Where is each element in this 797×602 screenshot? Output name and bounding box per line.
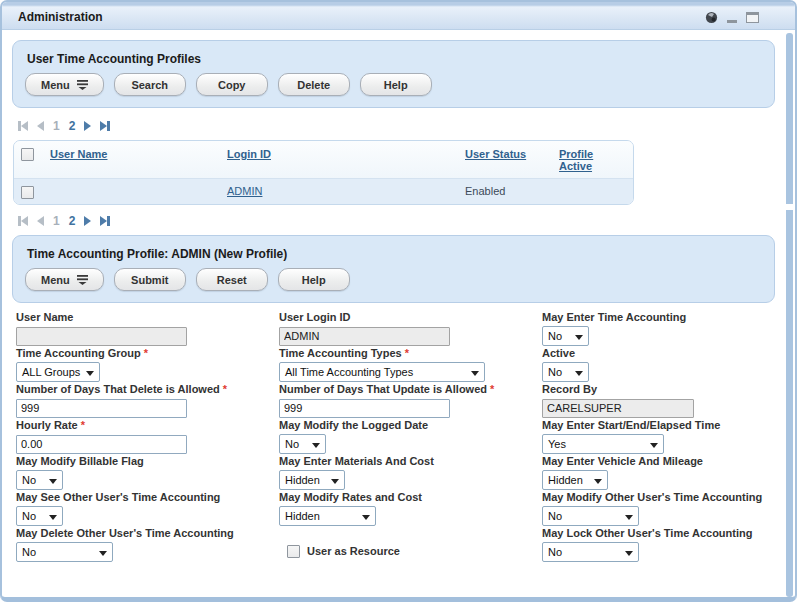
maximize-icon[interactable] bbox=[746, 12, 759, 23]
required-asterisk: * bbox=[223, 383, 227, 395]
may-enter-vehicle-mileage-label: May Enter Vehicle And Mileage bbox=[542, 455, 775, 468]
administration-window: Administration User Time Accounting Prof… bbox=[0, 0, 797, 602]
select-value: No bbox=[548, 366, 562, 378]
may-enter-vehicle-mileage-select[interactable]: Hidden bbox=[542, 470, 608, 490]
search-button[interactable]: Search bbox=[114, 73, 186, 96]
user-as-resource-label: User as Resource bbox=[307, 545, 400, 557]
may-see-other-users-label: May See Other User's Time Accounting bbox=[16, 491, 279, 504]
may-enter-time-accounting-field: May Enter Time Accounting No bbox=[542, 311, 775, 347]
sort-user-status-link[interactable]: User Status bbox=[465, 148, 526, 160]
profiles-toolbar: Menu Search Copy Delete Help bbox=[25, 73, 762, 96]
sort-profile-active-link[interactable]: Profile Active bbox=[559, 148, 611, 172]
chevron-down-icon bbox=[312, 443, 320, 448]
may-enter-vehicle-mileage-field: May Enter Vehicle And Mileage Hidden bbox=[542, 455, 775, 491]
help-button[interactable]: Help bbox=[360, 73, 432, 96]
profiles-panel: User Time Accounting Profiles Menu Searc… bbox=[12, 40, 775, 108]
select-value: No bbox=[22, 510, 36, 522]
may-enter-start-end-elapsed-select[interactable]: Yes bbox=[542, 434, 664, 454]
may-modify-other-users-field: May Modify Other User's Time Accounting … bbox=[542, 491, 775, 527]
may-delete-other-users-select[interactable]: No bbox=[16, 542, 113, 562]
copy-button[interactable]: Copy bbox=[196, 73, 268, 96]
sort-login-id-link[interactable]: Login ID bbox=[227, 148, 271, 160]
may-enter-materials-cost-field: May Enter Materials And Cost Hidden bbox=[279, 455, 542, 491]
menu-button-label: Menu bbox=[41, 274, 70, 286]
previous-page-icon[interactable] bbox=[37, 216, 44, 226]
may-lock-other-users-select[interactable]: No bbox=[542, 542, 639, 562]
detail-panel: Time Accounting Profile: ADMIN (New Prof… bbox=[12, 235, 775, 303]
chevron-down-icon bbox=[49, 479, 57, 484]
cell-profile-active bbox=[551, 179, 633, 192]
profiles-panel-title: User Time Accounting Profiles bbox=[25, 50, 762, 73]
table-row: ADMIN Enabled bbox=[14, 179, 633, 204]
days-update-allowed-input[interactable] bbox=[279, 399, 450, 418]
chevron-down-icon bbox=[594, 479, 602, 484]
previous-page-icon[interactable] bbox=[37, 121, 44, 131]
sort-user-name-link[interactable]: User Name bbox=[50, 148, 107, 160]
chevron-down-icon bbox=[625, 515, 633, 520]
active-field: Active No bbox=[542, 347, 775, 383]
last-page-icon[interactable] bbox=[100, 216, 110, 226]
settings-icon[interactable] bbox=[705, 11, 718, 24]
content-area: User Time Accounting Profiles Menu Searc… bbox=[2, 30, 795, 563]
profiles-table: User Name Login ID User Status Profile A… bbox=[13, 140, 634, 205]
first-page-icon[interactable] bbox=[18, 216, 28, 226]
active-select[interactable]: No bbox=[542, 362, 589, 382]
user-as-resource-checkbox[interactable] bbox=[287, 545, 300, 558]
time-accounting-types-label: Time Accounting Types bbox=[279, 347, 402, 359]
login-id-link[interactable]: ADMIN bbox=[227, 185, 262, 197]
chevron-down-icon bbox=[575, 335, 583, 340]
hourly-rate-label: Hourly Rate bbox=[16, 419, 78, 431]
active-label: Active bbox=[542, 347, 775, 360]
title-bar: Administration bbox=[2, 2, 795, 30]
may-enter-start-end-elapsed-label: May Enter Start/End/Elapsed Time bbox=[542, 419, 775, 432]
chevron-down-icon bbox=[650, 443, 658, 448]
days-delete-allowed-input[interactable] bbox=[16, 399, 187, 418]
may-modify-logged-date-field: May Modify the Logged Date No bbox=[279, 419, 542, 455]
menu-button[interactable]: Menu bbox=[25, 73, 104, 96]
reset-button[interactable]: Reset bbox=[196, 268, 268, 291]
cell-user-name bbox=[42, 179, 219, 192]
next-page-icon[interactable] bbox=[84, 216, 91, 226]
may-modify-logged-date-select[interactable]: No bbox=[279, 434, 326, 454]
required-asterisk: * bbox=[81, 419, 85, 431]
time-accounting-types-select[interactable]: All Time Accounting Types bbox=[279, 362, 485, 382]
user-name-input bbox=[16, 327, 187, 346]
last-page-icon[interactable] bbox=[100, 121, 110, 131]
time-accounting-types-field: Time Accounting Types* All Time Accounti… bbox=[279, 347, 542, 383]
may-enter-time-accounting-label: May Enter Time Accounting bbox=[542, 311, 775, 324]
help-button[interactable]: Help bbox=[278, 268, 350, 291]
page-number-current: 1 bbox=[53, 119, 60, 133]
user-login-id-input bbox=[279, 327, 450, 346]
menu-dropdown-icon bbox=[77, 80, 88, 90]
next-page-icon[interactable] bbox=[84, 121, 91, 131]
time-accounting-group-select[interactable]: ALL Groups bbox=[16, 362, 100, 382]
may-modify-billable-flag-label: May Modify Billable Flag bbox=[16, 455, 279, 468]
may-modify-rates-cost-select[interactable]: Hidden bbox=[279, 506, 376, 526]
row-select-checkbox[interactable] bbox=[21, 186, 34, 199]
days-delete-allowed-field: Number of Days That Delete is Allowed* bbox=[16, 383, 279, 419]
page-number-2[interactable]: 2 bbox=[69, 119, 76, 133]
may-delete-other-users-field: May Delete Other User's Time Accounting … bbox=[16, 527, 279, 563]
hourly-rate-input[interactable] bbox=[16, 435, 187, 454]
pager-top: 1 2 bbox=[12, 110, 775, 140]
select-all-checkbox[interactable] bbox=[21, 148, 34, 161]
first-page-icon[interactable] bbox=[18, 121, 28, 131]
delete-button[interactable]: Delete bbox=[278, 73, 350, 96]
select-value: Yes bbox=[548, 438, 566, 450]
minimize-icon[interactable] bbox=[727, 20, 737, 23]
may-modify-other-users-select[interactable]: No bbox=[542, 506, 639, 526]
may-lock-other-users-field: May Lock Other User's Time Accounting No bbox=[542, 527, 775, 563]
may-modify-billable-flag-select[interactable]: No bbox=[16, 470, 63, 490]
may-modify-other-users-label: May Modify Other User's Time Accounting bbox=[542, 491, 775, 504]
detail-panel-title: Time Accounting Profile: ADMIN (New Prof… bbox=[25, 245, 762, 268]
submit-button[interactable]: Submit bbox=[114, 268, 186, 291]
hourly-rate-field: Hourly Rate* bbox=[16, 419, 279, 455]
vertical-scrollbar[interactable] bbox=[786, 33, 793, 597]
may-enter-time-accounting-select[interactable]: No bbox=[542, 326, 589, 346]
may-delete-other-users-label: May Delete Other User's Time Accounting bbox=[16, 527, 279, 540]
may-see-other-users-select[interactable]: No bbox=[16, 506, 63, 526]
may-enter-materials-cost-select[interactable]: Hidden bbox=[279, 470, 345, 490]
page-number-2[interactable]: 2 bbox=[69, 214, 76, 228]
menu-button[interactable]: Menu bbox=[25, 268, 104, 291]
record-by-label: Record By bbox=[542, 383, 775, 396]
